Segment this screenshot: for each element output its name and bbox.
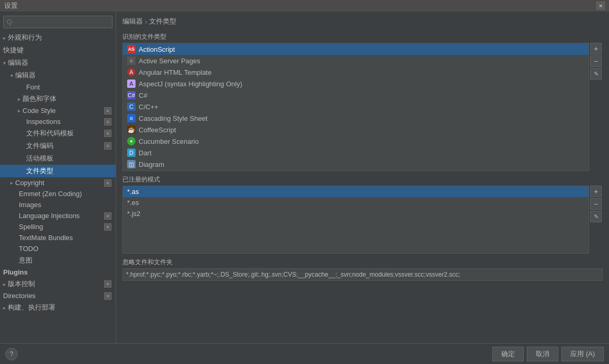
filetype-item-aspectj[interactable]: AAspectJ (syntax Highlighting Only): [123, 78, 589, 89]
sidebar-item-plugins[interactable]: Plugins: [0, 267, 116, 278]
filetype-item-docker[interactable]: ≡Dockerfile: [123, 170, 589, 171]
filetype-item-angular[interactable]: AAngular HTML Template: [123, 66, 589, 78]
footer: ? 确定 取消 应用 (A): [0, 343, 609, 364]
sidebar-label-vcs: 版本控制: [8, 279, 35, 289]
pattern-item[interactable]: *.es: [123, 197, 589, 208]
recognized-types-list[interactable]: ASActionScript≡Active Server PagesAAngul…: [122, 43, 589, 171]
remove-filetype-button[interactable]: −: [590, 55, 602, 67]
expand-icon-code-style: ▸: [18, 108, 20, 113]
sidebar: ▸外观和行为快捷键▾编辑器▾编辑器Font▸颜色和字体▸Code Style≡I…: [0, 12, 116, 343]
sidebar-item-code-style[interactable]: ▸Code Style≡: [0, 105, 116, 116]
sidebar-item-font[interactable]: Font: [0, 82, 116, 93]
sidebar-item-file-types[interactable]: 文件类型: [0, 165, 116, 177]
ignore-input[interactable]: [122, 268, 603, 281]
sidebar-item-vcs[interactable]: ▸版本控制≡: [0, 278, 116, 290]
badge-file-encoding: ≡: [104, 142, 111, 150]
filetype-item-diagram[interactable]: ◫Diagram: [123, 158, 589, 170]
filetype-item-active-server[interactable]: ≡Active Server Pages: [123, 55, 589, 66]
sidebar-item-build[interactable]: ▸构建、执行部署: [0, 301, 116, 314]
filetype-name-aspectj: AspectJ (syntax Highlighting Only): [139, 80, 242, 88]
sidebar-item-inspections[interactable]: Inspections≡: [0, 116, 116, 127]
search-input[interactable]: [3, 16, 112, 28]
expand-icon-appearance: ▸: [3, 35, 6, 41]
filetype-item-css[interactable]: ≡Cascading Style Sheet: [123, 112, 589, 124]
sidebar-item-appearance[interactable]: ▸外观和行为: [0, 31, 116, 44]
cancel-button[interactable]: 取消: [527, 347, 558, 361]
expand-icon-vcs: ▸: [3, 281, 6, 287]
sidebar-label-plugins: Plugins: [3, 268, 28, 276]
filetype-name-dart: Dart: [139, 149, 152, 157]
sidebar-item-file-template[interactable]: 文件和代码模板≡: [0, 127, 116, 140]
filetype-item-cucumber[interactable]: ●Cucumber Scenario: [123, 135, 589, 147]
remove-pattern-button[interactable]: −: [590, 198, 602, 210]
sidebar-label-file-encoding: 文件编码: [26, 141, 53, 151]
breadcrumb-separator: ›: [145, 18, 147, 26]
registered-patterns-section: 已注册的模式 *.as*.es*.js2 + − ✎: [122, 175, 603, 254]
filetype-name-css: Cascading Style Sheet: [139, 115, 208, 122]
recognized-types-section: 识别的文件类型 ASActionScript≡Active Server Pag…: [122, 32, 603, 171]
pattern-item[interactable]: *.js2: [123, 208, 589, 219]
sidebar-item-directories[interactable]: Directories≡: [0, 290, 116, 301]
filetype-icon-css: ≡: [127, 114, 136, 122]
badge-file-template: ≡: [104, 130, 111, 137]
edit-filetype-button[interactable]: ✎: [590, 68, 602, 79]
filetype-name-cpp: C/C++: [139, 103, 159, 111]
pattern-name: *.js2: [127, 210, 140, 218]
help-button[interactable]: ?: [5, 348, 18, 360]
sidebar-label-intentions: 意图: [19, 256, 32, 265]
add-pattern-button[interactable]: +: [590, 186, 602, 197]
apply-button[interactable]: 应用 (A): [561, 347, 604, 361]
sidebar-label-spelling: Spelling: [19, 223, 43, 231]
add-filetype-button[interactable]: +: [590, 43, 602, 54]
footer-left: ?: [5, 348, 18, 360]
sidebar-item-color-font[interactable]: ▸颜色和字体: [0, 93, 116, 105]
sidebar-label-textmate: TextMate Bundles: [19, 234, 73, 242]
filetype-icon-cucumber: ●: [127, 137, 136, 145]
sidebar-item-editor[interactable]: ▾编辑器: [0, 69, 116, 82]
filetype-name-diagram: Diagram: [139, 161, 164, 168]
recognized-types-buttons: + − ✎: [590, 43, 603, 171]
sidebar-item-file-encoding[interactable]: 文件编码≡: [0, 140, 116, 152]
filetype-item-actionscript[interactable]: ASActionScript: [123, 43, 589, 55]
sidebar-item-emmet[interactable]: Emmet (Zen Coding): [0, 188, 116, 199]
badge-spelling: ≡: [104, 223, 111, 231]
sidebar-label-editor: 编辑器: [15, 71, 36, 80]
edit-pattern-button[interactable]: ✎: [590, 211, 602, 222]
filetype-icon-coffeescript: ☕: [127, 126, 136, 134]
pattern-name: *.as: [127, 188, 139, 196]
pattern-item[interactable]: *.as: [123, 186, 589, 197]
sidebar-item-editor-group[interactable]: ▾编辑器: [0, 56, 116, 69]
breadcrumb: 编辑器 › 文件类型: [122, 17, 603, 26]
filetype-item-coffeescript[interactable]: ☕CoffeeScript: [123, 124, 589, 135]
sidebar-item-todo[interactable]: TODO: [0, 243, 116, 254]
filetype-item-cpp[interactable]: CC/C++: [123, 101, 589, 112]
sidebar-item-live-templates[interactable]: 活动模板: [0, 152, 116, 165]
title-bar: 设置 ✕: [0, 0, 609, 12]
sidebar-label-copyright: Copyright: [15, 179, 44, 187]
ignore-label: 忽略文件和文件夹: [122, 258, 603, 267]
sidebar-label-appearance: 外观和行为: [8, 33, 42, 42]
content-area: 编辑器 › 文件类型 识别的文件类型 ASActionScript≡Active…: [116, 12, 609, 343]
ok-button[interactable]: 确定: [492, 347, 524, 361]
sidebar-item-textmate[interactable]: TextMate Bundles: [0, 232, 116, 243]
badge-copyright: ≡: [104, 179, 111, 187]
registered-patterns-list[interactable]: *.as*.es*.js2: [122, 186, 589, 254]
sidebar-item-keymap[interactable]: 快捷键: [0, 44, 116, 56]
filetype-icon-active-server: ≡: [127, 56, 136, 65]
sidebar-item-copyright[interactable]: ▸Copyright≡: [0, 177, 116, 188]
filetype-item-csharp[interactable]: C#C#: [123, 89, 589, 101]
sidebar-label-inspections: Inspections: [26, 118, 61, 126]
expand-icon-build: ▸: [3, 305, 6, 311]
filetype-item-dart[interactable]: DDart: [123, 147, 589, 158]
sidebar-item-intentions[interactable]: 意图: [0, 254, 116, 267]
close-button[interactable]: ✕: [596, 2, 605, 10]
sidebar-item-images[interactable]: Images: [0, 199, 116, 210]
filetype-name-active-server: Active Server Pages: [139, 57, 200, 65]
pattern-name: *.es: [127, 199, 139, 207]
filetype-icon-csharp: C#: [127, 91, 136, 99]
sidebar-item-spelling[interactable]: Spelling≡: [0, 221, 116, 232]
badge-code-style: ≡: [104, 107, 111, 115]
sidebar-label-color-font: 颜色和字体: [22, 94, 57, 104]
sidebar-item-lang-injections[interactable]: Language Injections≡: [0, 210, 116, 221]
recognized-types-label: 识别的文件类型: [122, 32, 603, 41]
